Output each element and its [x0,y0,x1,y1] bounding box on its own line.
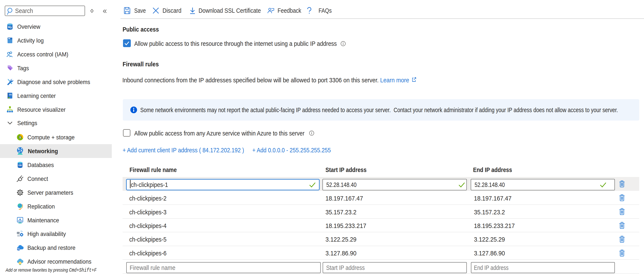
svg-text:DB: DB [18,164,22,167]
svg-text:$: $ [20,136,21,139]
svg-text:My: My [8,26,12,29]
svg-text:101: 101 [9,94,12,96]
